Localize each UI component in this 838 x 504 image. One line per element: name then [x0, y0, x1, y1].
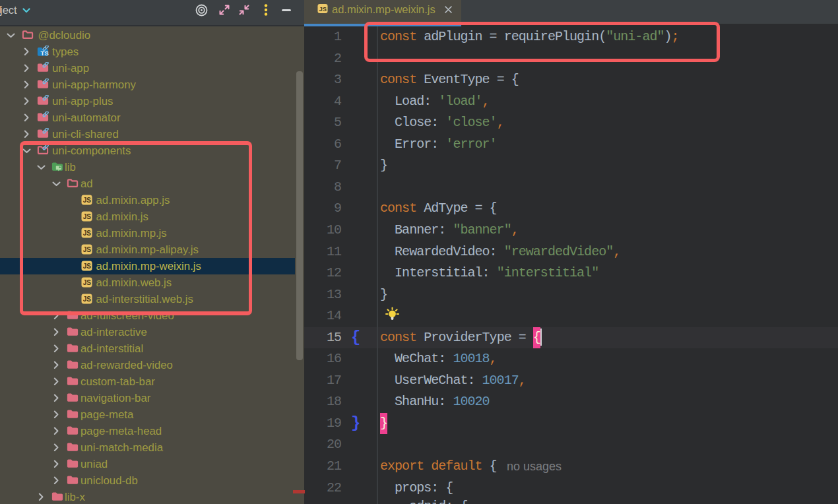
svg-text:JS: JS: [319, 5, 327, 13]
